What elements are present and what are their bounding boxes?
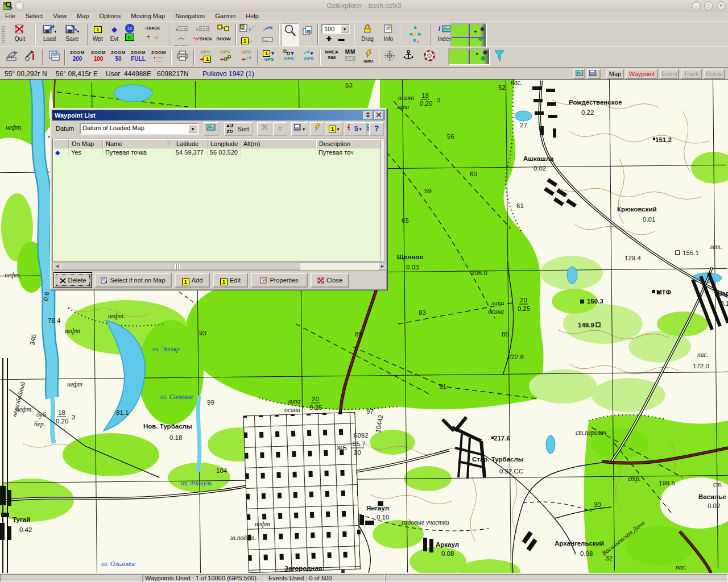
grid-button-disabled[interactable]: # [273, 122, 287, 136]
screenshot-button[interactable] [573, 69, 585, 79]
waypoint-list-dialog[interactable]: Waypoint List Datum Datum of Loaded Map … [50, 108, 387, 290]
column-on-map[interactable]: On Map [69, 139, 103, 148]
map-image-button[interactable] [46, 49, 62, 66]
edit-button[interactable]: 1Edit [213, 273, 248, 288]
minimize-button[interactable]: ⌄ [692, 1, 701, 10]
pages-button[interactable] [300, 23, 315, 46]
menu-file[interactable]: File [0, 11, 20, 20]
wpt-options-button[interactable]: 1▼ [326, 122, 343, 136]
tab-event[interactable]: Event [660, 69, 679, 79]
delete-all-button-disabled[interactable] [257, 122, 271, 136]
datum-dropdown-arrow[interactable]: ▼ [188, 124, 197, 133]
gps-upload-routes-button[interactable]: GPS➜ [217, 49, 234, 66]
help-lifebuoy-button[interactable] [422, 49, 437, 66]
column-icon[interactable] [53, 139, 69, 148]
add-button[interactable]: 1Add [175, 273, 210, 288]
line-tools-button[interactable]: LINE ↔ [259, 23, 276, 46]
tab-map[interactable]: Map [606, 69, 624, 79]
close-button[interactable]: ✕ [717, 1, 726, 10]
scroll-right-button[interactable]: ► [378, 263, 387, 270]
nmea-comm-button[interactable]: NMEA [361, 49, 377, 66]
waypoint-list-button[interactable]: 11 1↔ [238, 23, 258, 46]
vertical-scrollbar[interactable] [380, 139, 385, 261]
scrollbar-thumb[interactable] [61, 263, 300, 270]
rollup-button[interactable] [363, 111, 373, 119]
drag-button[interactable]: Drag [357, 23, 378, 46]
properties-button[interactable]: Properties [251, 273, 308, 288]
nmea-sim-button[interactable]: NMEASIM [323, 49, 340, 66]
map-comment-toggle-button[interactable]: 12 C [123, 23, 136, 46]
sort-button[interactable]: A↺Z↻ Sort [224, 122, 253, 136]
save-position-button[interactable]: ↓ [587, 69, 601, 79]
horizontal-scrollbar[interactable]: ◄ ► [52, 262, 387, 271]
datum-select[interactable]: Datum of Loaded Map ▼ [80, 123, 199, 135]
menu-options[interactable]: Options [94, 11, 126, 20]
zoom-window-button[interactable]: ZOOM [150, 49, 168, 66]
quit-button[interactable]: Quit [7, 23, 32, 46]
menu-view[interactable]: View [48, 11, 72, 20]
menu-map[interactable]: Map [72, 11, 94, 20]
map-view-button[interactable] [204, 122, 218, 136]
pan-left-right-icons[interactable]: ◄●► [403, 31, 427, 38]
pan-down-icon[interactable]: ▼ₓ [403, 38, 427, 45]
column-latitude[interactable]: Latitude [173, 139, 208, 148]
dialog-help-button[interactable]: ? [369, 122, 384, 136]
column-alt[interactable]: Alt(m) [241, 139, 316, 148]
map-scale-button[interactable]: 1 [5, 49, 20, 66]
filter-button[interactable] [493, 49, 506, 66]
waypoint-toggle-button[interactable]: 1 Wpt [90, 23, 106, 46]
compass-button[interactable] [382, 49, 397, 66]
save-button[interactable]: ▼ Save [60, 23, 84, 46]
column-description[interactable]: Description [316, 139, 382, 148]
moving-map-button[interactable]: MM [342, 49, 358, 66]
zoom-50-button[interactable]: ZOOM50 [110, 49, 127, 66]
show-track-button[interactable]: ▪ SHOW [172, 23, 191, 46]
save-list-button[interactable]: ▼ [291, 122, 308, 136]
dialog-title-bar[interactable]: Waypoint List [52, 110, 385, 120]
menu-moving-map[interactable]: Moving Map [126, 11, 170, 20]
menu-navigation[interactable]: Navigation [170, 11, 210, 20]
close-dialog-button[interactable]: Close [311, 273, 349, 288]
zoom-in-button[interactable]: ✚ [324, 35, 334, 43]
overview-minimap[interactable] [450, 23, 487, 49]
column-longitude[interactable]: Longitude [208, 139, 241, 148]
gps-upload-waypoints-button[interactable]: GPS➜1 [197, 49, 214, 66]
show-route-button[interactable]: SHOW [214, 23, 233, 46]
zoom-level-dropdown[interactable]: ▼ [341, 25, 349, 33]
tab-route[interactable]: Route [704, 69, 725, 79]
zoom-100-button[interactable]: ZOOM100 [89, 49, 108, 66]
scroll-left-button[interactable]: ◄ [53, 263, 61, 270]
info-button[interactable]: Info [379, 23, 398, 46]
event-toggle-button[interactable]: ◆ Evt [107, 23, 122, 46]
map-tools-button[interactable] [23, 49, 39, 66]
title-bar[interactable]: OziExplorer - bash.ozfx3 ⌄ ◇ ✕ [0, 0, 728, 11]
waypoint-table[interactable]: On Map Name▽ Latitude Longitude Alt(m) D… [52, 139, 383, 261]
zoom-200-button[interactable]: ZOOM200 [68, 49, 87, 66]
zoom-full-button[interactable]: ZOOMFULL [129, 49, 148, 66]
toolbar-grip[interactable] [2, 25, 5, 44]
zoom-out-button[interactable]: ▬ [336, 35, 346, 43]
symbol-options-button[interactable]: S▼ [350, 122, 367, 136]
dialog-close-button[interactable] [374, 111, 383, 119]
pan-up-icon[interactable]: ▲ [403, 24, 427, 31]
load-button[interactable]: ▼ Load [38, 23, 61, 46]
gps-upload-tracks-button[interactable]: GPS➜ [238, 49, 255, 66]
gps-download-tracks-button[interactable]: ▼GPS [300, 49, 317, 66]
print-button[interactable] [175, 49, 191, 66]
column-name[interactable]: Name▽ [103, 139, 173, 148]
menu-select[interactable]: Select [20, 11, 48, 20]
zoom-tool-button[interactable] [282, 23, 299, 46]
tab-track[interactable]: Track [681, 69, 702, 79]
position-minimap[interactable] [448, 48, 490, 65]
delete-button[interactable]: Delete [54, 273, 92, 288]
menu-help[interactable]: Help [241, 11, 264, 20]
gps-download-waypoints-button[interactable]: 1▼GPS [260, 49, 278, 66]
maximize-button[interactable]: ◇ [704, 1, 713, 10]
quick-edit-button[interactable] [310, 122, 324, 136]
gps-download-routes-button[interactable]: ▼GPS [280, 49, 297, 66]
select-if-not-on-map-button[interactable]: Select if not on Map [94, 273, 172, 288]
menu-garmin[interactable]: Garmin [210, 11, 241, 20]
anchor-button[interactable] [402, 49, 415, 66]
tab-waypoint[interactable]: Waypoint [626, 69, 658, 79]
pan-control[interactable]: ▲ ◄●► ▼ₓ [403, 23, 428, 46]
